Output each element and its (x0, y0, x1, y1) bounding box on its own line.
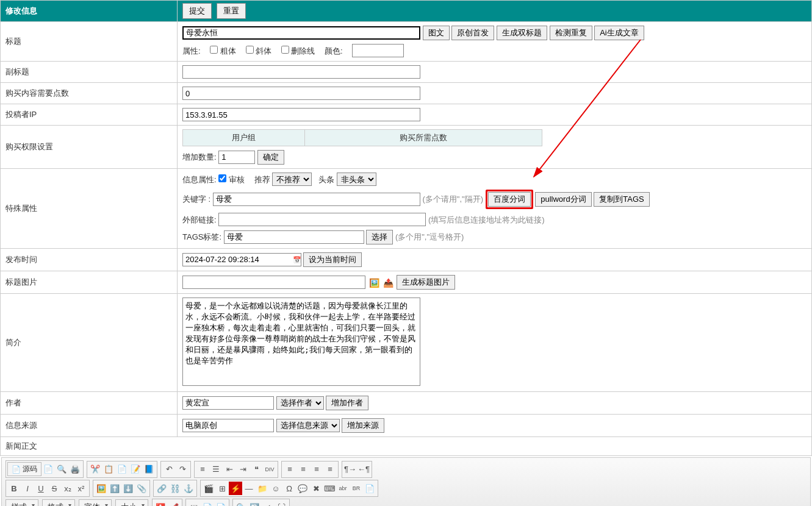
image-btn-icon[interactable]: 🖼️ (95, 482, 108, 495)
page-icon[interactable]: 📄 (363, 482, 376, 495)
speechbubble-icon[interactable]: 💬 (296, 482, 309, 495)
author-select[interactable]: 选择作者 (276, 396, 324, 410)
emoji-icon[interactable]: ☺ (269, 482, 282, 495)
font-select[interactable]: 字体 (79, 499, 112, 506)
download-btn-icon[interactable]: ⬇️ (121, 482, 135, 495)
undo-icon[interactable]: ↶ (162, 463, 176, 476)
bold-checkbox[interactable] (210, 46, 218, 54)
doc2-icon[interactable]: 📄 (214, 501, 228, 506)
replace-icon[interactable]: 🔃 (248, 501, 261, 506)
upload-icon[interactable]: 📤 (383, 278, 393, 288)
dualtitle-button[interactable]: 生成双标题 (497, 26, 547, 40)
upload-btn-icon[interactable]: ⬆️ (108, 482, 121, 495)
doc1-icon[interactable]: 📄 (201, 501, 214, 506)
align-justify-icon[interactable]: ≡ (323, 463, 337, 476)
attach-icon[interactable]: 📎 (135, 482, 148, 495)
titleimg-input[interactable] (182, 276, 365, 289)
source-button[interactable]: 📄 源码 (7, 462, 41, 476)
points-input[interactable] (182, 87, 420, 100)
style-select[interactable]: 样式 (5, 499, 38, 506)
folder-icon[interactable]: 📁 (256, 482, 269, 495)
textcolor-icon[interactable]: 🅰️ (154, 501, 167, 506)
color-input[interactable] (352, 44, 404, 57)
paste-icon[interactable]: 📄 (115, 463, 129, 476)
numlist-icon[interactable]: ≡ (196, 463, 209, 476)
redo-icon[interactable]: ↷ (176, 463, 189, 476)
indent-icon[interactable]: ⇥ (236, 463, 250, 476)
pubtime-input[interactable] (182, 253, 301, 266)
source-input[interactable] (182, 419, 274, 432)
rec-select[interactable]: 不推荐 (272, 173, 312, 186)
maximize-icon[interactable]: ⛶ (275, 501, 288, 506)
subscript-icon[interactable]: x₂ (61, 482, 74, 495)
source-select[interactable]: 选择信息来源 (276, 419, 340, 432)
checker-icon[interactable]: ✓ (261, 501, 275, 506)
extlink-input[interactable] (218, 213, 426, 226)
align-left-icon[interactable]: ≡ (283, 463, 296, 476)
rtl-icon[interactable]: ←¶ (357, 463, 370, 476)
title-input[interactable] (182, 26, 420, 40)
hr-icon[interactable]: — (242, 482, 256, 495)
format-select[interactable]: 格式 (42, 499, 75, 506)
copy-tags-button[interactable]: 复制到TAGS (594, 192, 649, 207)
code-format-icon[interactable]: ⌨ (323, 482, 336, 495)
print-icon[interactable]: 🖨️ (68, 463, 82, 476)
ip-input[interactable] (182, 108, 420, 121)
strike-checkbox[interactable] (281, 46, 289, 54)
confirm-button[interactable]: 确定 (257, 150, 284, 165)
submit-button[interactable]: 提交 (182, 3, 212, 19)
align-center-icon[interactable]: ≡ (296, 463, 310, 476)
cut-icon[interactable]: ✂️ (88, 463, 102, 476)
flash-icon[interactable]: ⚡ (229, 482, 242, 495)
subtitle-input[interactable] (182, 65, 420, 79)
head-select[interactable]: 非头条 (337, 173, 376, 186)
media-icon[interactable]: 🎬 (202, 482, 215, 495)
keyword-input[interactable] (213, 193, 420, 206)
original-button[interactable]: 原创首发 (451, 26, 494, 40)
author-input[interactable] (182, 396, 274, 410)
baidu-seg-button[interactable]: 百度分词 (488, 192, 531, 207)
bold-icon[interactable]: B (7, 482, 21, 495)
strike-icon[interactable]: S (48, 482, 61, 495)
bgcolor-icon[interactable]: 🖍️ (167, 501, 181, 506)
ai-gen-button[interactable]: Ai生成文章 (594, 26, 644, 40)
tags-input[interactable] (224, 230, 364, 244)
div-icon[interactable]: DIV (263, 463, 276, 476)
paste-text-icon[interactable]: 📝 (129, 463, 142, 476)
link-icon[interactable]: 🔗 (155, 482, 168, 495)
pullword-button[interactable]: pullword分词 (535, 192, 591, 207)
preview-icon[interactable]: 🔍 (55, 463, 68, 476)
add-source-button[interactable]: 增加来源 (342, 418, 384, 433)
summary-textarea[interactable] (182, 298, 420, 386)
ltr-icon[interactable]: ¶→ (343, 463, 357, 476)
copy-icon[interactable]: 📋 (102, 463, 115, 476)
reset-button[interactable]: 重置 (217, 3, 246, 19)
audit-checkbox[interactable] (218, 174, 226, 182)
table-icon[interactable]: ⊞ (215, 482, 229, 495)
unlink-icon[interactable]: ⛓️ (168, 482, 182, 495)
size-select[interactable]: 大小 (115, 499, 148, 506)
align-right-icon[interactable]: ≡ (310, 463, 323, 476)
paste-word-icon[interactable]: 📘 (142, 463, 156, 476)
calendar-icon[interactable]: 📅 (293, 256, 301, 265)
bullist-icon[interactable]: ☰ (209, 463, 223, 476)
set-now-button[interactable]: 设为当前时间 (303, 252, 362, 267)
superscript-icon[interactable]: x² (74, 482, 88, 495)
br-icon[interactable]: BR (350, 482, 363, 495)
underline-icon[interactable]: U (34, 482, 48, 495)
quote-icon[interactable]: ❝ (250, 463, 263, 476)
anchor-icon[interactable]: ⚓ (182, 482, 195, 495)
select-tags-button[interactable]: 选择 (366, 230, 393, 244)
qty-input[interactable] (218, 151, 255, 164)
image-icon[interactable]: 🖼️ (369, 278, 379, 288)
special-char-icon[interactable]: Ω (282, 482, 296, 495)
select-all-icon[interactable]: ⬚ (187, 501, 201, 506)
newpage-icon[interactable]: 📄 (41, 463, 55, 476)
italic-checkbox[interactable] (246, 46, 254, 54)
add-author-button[interactable]: 增加作者 (326, 396, 368, 410)
gen-titleimg-button[interactable]: 生成标题图片 (397, 275, 455, 290)
detect-dup-button[interactable]: 检测重复 (550, 26, 592, 40)
italic-icon[interactable]: I (21, 482, 34, 495)
find-icon[interactable]: 🔍 (234, 501, 248, 506)
abbr-icon[interactable]: abr (336, 482, 350, 495)
